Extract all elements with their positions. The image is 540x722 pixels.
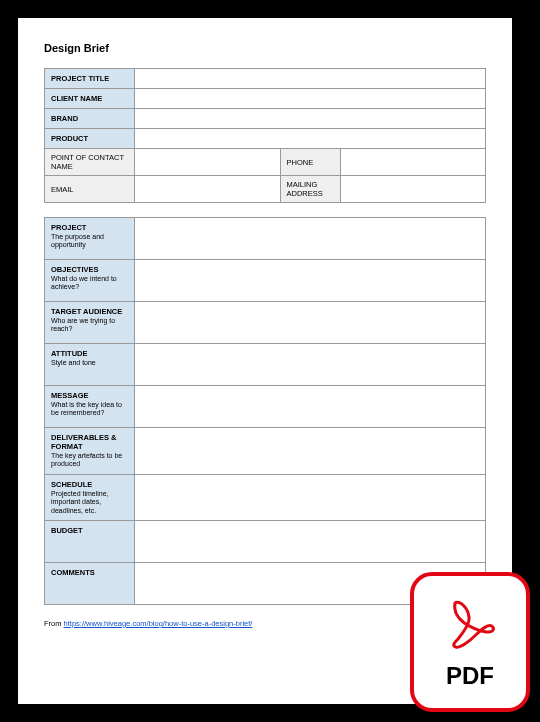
table-row: MESSAGE What is the key idea to be remem… [45,386,486,428]
label-product: PRODUCT [45,129,135,149]
section-sub: What do we intend to achieve? [51,275,128,292]
table-row: EMAIL MAILING ADDRESS [45,176,486,203]
section-table: PROJECT The purpose and opportunity OBJE… [44,217,486,605]
section-label-message: MESSAGE What is the key idea to be remem… [45,386,135,428]
header-table: PROJECT TITLE CLIENT NAME BRAND PRODUCT … [44,68,486,203]
page-title: Design Brief [44,42,486,54]
section-value [135,260,486,302]
value-client-name [135,89,486,109]
table-row: BRAND [45,109,486,129]
value-mailing-address [340,176,486,203]
section-sub: The purpose and opportunity [51,233,128,250]
section-sub: Projected timeline, important dates, dea… [51,490,128,515]
section-value [135,386,486,428]
section-label-project: PROJECT The purpose and opportunity [45,218,135,260]
table-row: OBJECTIVES What do we intend to achieve? [45,260,486,302]
table-row: CLIENT NAME [45,89,486,109]
section-title: PROJECT [51,223,128,232]
label-mailing-address: MAILING ADDRESS [280,176,340,203]
table-row: PRODUCT [45,129,486,149]
table-row: PROJECT The purpose and opportunity [45,218,486,260]
section-value [135,428,486,475]
section-title: SCHEDULE [51,480,128,489]
section-label-target-audience: TARGET AUDIENCE Who are we trying to rea… [45,302,135,344]
section-label-objectives: OBJECTIVES What do we intend to achieve? [45,260,135,302]
section-label-comments: COMMENTS [45,562,135,604]
label-email: EMAIL [45,176,135,203]
label-client-name: CLIENT NAME [45,89,135,109]
value-project-title [135,69,486,89]
section-title: MESSAGE [51,391,128,400]
label-brand: BRAND [45,109,135,129]
value-point-of-contact [135,149,281,176]
section-title: BUDGET [51,526,128,535]
section-value [135,302,486,344]
table-row: TARGET AUDIENCE Who are we trying to rea… [45,302,486,344]
section-title: ATTITUDE [51,349,128,358]
section-title: OBJECTIVES [51,265,128,274]
section-sub: The key artefacts to be produced [51,452,128,469]
table-row: BUDGET [45,520,486,562]
value-email [135,176,281,203]
table-row: DELIVERABLES & FORMAT The key artefacts … [45,428,486,475]
section-sub: What is the key idea to be remembered? [51,401,128,418]
section-label-schedule: SCHEDULE Projected timeline, important d… [45,474,135,520]
section-value [135,218,486,260]
table-row: SCHEDULE Projected timeline, important d… [45,474,486,520]
pdf-badge: PDF [410,572,530,712]
footer-link[interactable]: https://www.hiveage.com/blog/how-to-use-… [64,619,253,628]
table-row: ATTITUDE Style and tone [45,344,486,386]
section-value [135,344,486,386]
pdf-badge-text: PDF [446,662,494,690]
value-brand [135,109,486,129]
label-project-title: PROJECT TITLE [45,69,135,89]
label-phone: PHONE [280,149,340,176]
section-label-attitude: ATTITUDE Style and tone [45,344,135,386]
section-label-deliverables: DELIVERABLES & FORMAT The key artefacts … [45,428,135,475]
section-title: TARGET AUDIENCE [51,307,128,316]
table-row: PROJECT TITLE [45,69,486,89]
section-sub: Who are we trying to reach? [51,317,128,334]
section-title: COMMENTS [51,568,128,577]
section-sub: Style and tone [51,359,128,367]
section-title: DELIVERABLES & FORMAT [51,433,128,451]
value-product [135,129,486,149]
section-value [135,474,486,520]
section-label-budget: BUDGET [45,520,135,562]
label-point-of-contact: POINT OF CONTACT NAME [45,149,135,176]
pdf-icon [440,594,500,654]
table-row: POINT OF CONTACT NAME PHONE [45,149,486,176]
value-phone [340,149,486,176]
footer-prefix: From [44,619,64,628]
section-value [135,520,486,562]
